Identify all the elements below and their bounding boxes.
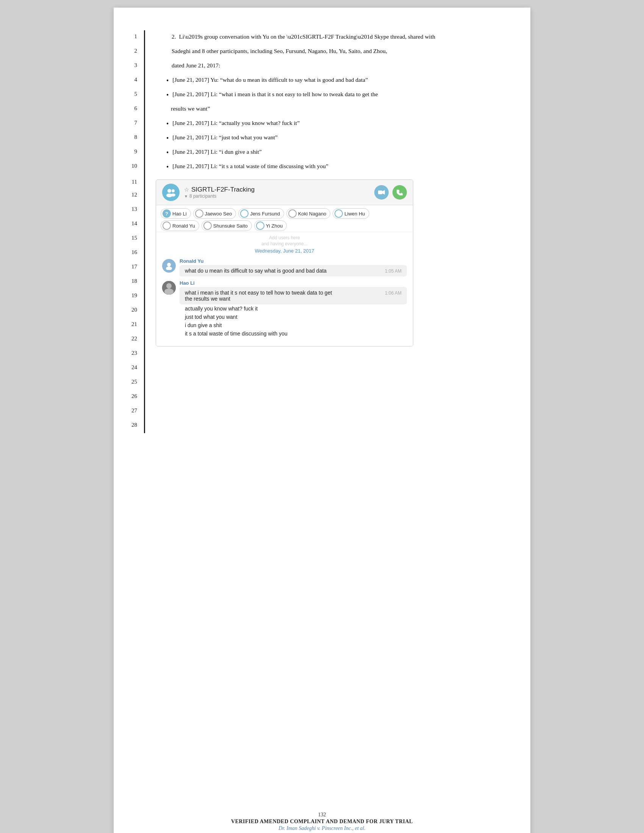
line-row-25: 25: [114, 376, 530, 390]
line-row-8: 8 •[June 21, 2017] Li: “just tod what yo…: [114, 131, 530, 145]
skype-title-row: ☆ SIGRTL-F2F-Tracking: [184, 186, 254, 193]
participant-chip-jaewoo-seo[interactable]: Jaewoo Seo: [193, 208, 237, 219]
footer-page-number: 132: [318, 812, 326, 818]
participant-chip-jens-fursund[interactable]: Jens Fursund: [238, 208, 284, 219]
line-number-1: 1: [114, 30, 144, 42]
line-content-7: •[June 21, 2017] Li: “actually you know …: [145, 117, 530, 130]
message-bubble-hao-li: what i mean is that it s not easy to tel…: [180, 287, 407, 304]
line-content-27: [145, 404, 530, 407]
participant-name-liwen-hu: Liwen Hu: [345, 211, 365, 217]
participant-ring-koki-nagano: [288, 209, 296, 218]
message-text-ronald-yu: what do u mean its difficult to say what…: [185, 268, 382, 274]
voice-call-button[interactable]: [393, 185, 407, 199]
svg-point-6: [167, 263, 171, 267]
line-number-21: 21: [114, 318, 144, 333]
add-users-blur-text: Add users here: [162, 235, 407, 240]
star-icon: ☆: [184, 186, 189, 193]
extra-msg-3: i dun give a shit: [180, 321, 407, 330]
participant-name-jens-fursund: Jens Fursund: [250, 211, 280, 217]
line-number-20: 20: [114, 304, 144, 318]
bullet-text-7: [June 21, 2017] Li: “actually you know w…: [172, 118, 515, 128]
bullet-dot-4: •: [166, 76, 169, 86]
message-time-ronald-yu: 1:05 AM: [385, 269, 402, 274]
skype-group-name: SIGRTL-F2F-Tracking: [191, 186, 254, 193]
participant-name-hao-li: Hao Li: [172, 211, 187, 217]
message-body-ronald-yu: Ronald Yu what do u mean its difficult t…: [180, 258, 407, 277]
footer-title: VERIFIED AMENDED COMPLAINT AND DEMAND FO…: [231, 819, 413, 825]
line-number-8: 8: [114, 131, 144, 142]
participant-chip-yi-zhou[interactable]: Yi Zhou: [254, 220, 287, 231]
avatar-ronald-yu: [162, 259, 176, 273]
video-call-button[interactable]: [374, 185, 389, 199]
bullet-text-4: [June 21, 2017] Yu: “what do u mean its …: [172, 75, 515, 85]
message-text-hao-li: what i mean is that it s not easy to tel…: [185, 289, 382, 302]
sender-name-ronald-yu: Ronald Yu: [180, 258, 407, 264]
message-body-hao-li: Hao Li what i mean is that it s not easy…: [180, 280, 407, 338]
user-icon-yu: [165, 262, 173, 270]
skype-messages-area: Add users here and having everyone... We…: [156, 232, 413, 346]
line-number-9: 9: [114, 145, 144, 157]
skype-panel-wrapper: ☆ SIGRTL-F2F-Tracking ▼ 8 participants: [145, 174, 530, 376]
skype-header-left: ☆ SIGRTL-F2F-Tracking ▼ 8 participants: [162, 183, 254, 201]
skype-participant-line-2: Ronald Yu Shunsuke Saito Yi Zhou: [161, 220, 408, 231]
line-number-5: 5: [114, 88, 144, 99]
participant-name-jaewoo-seo: Jaewoo Seo: [205, 211, 232, 217]
participant-ring-liwen-hu: [335, 209, 343, 218]
line-number-12: 12: [114, 188, 144, 203]
participant-name-shunsuke-saito: Shunsuke Saito: [213, 223, 248, 229]
line-row-1: 1 2. Li\u2019s group conversation with Y…: [114, 30, 530, 45]
date-blur-2: and having everyone...: [162, 241, 407, 246]
bullet-text-5: [June 21, 2017] Li: “what i mean is that…: [172, 89, 515, 99]
bullet-dot-8: •: [166, 133, 169, 143]
group-people-icon: [166, 187, 176, 197]
chat-date-label: Wednesday, June 21, 2017: [162, 248, 407, 254]
svg-point-9: [166, 283, 172, 288]
line-number-17: 17: [114, 261, 144, 275]
participant-chip-koki-nagano[interactable]: Koki Nagano: [287, 208, 330, 219]
line-row-3: 3 dated June 21, 2017:: [114, 59, 530, 74]
participant-chip-ronald-yu[interactable]: Ronald Yu: [161, 220, 199, 231]
line-content-9: •[June 21, 2017] Li: “i dun give a shit”: [145, 145, 530, 159]
sender-name-hao-li: Hao Li: [180, 280, 407, 286]
video-icon: [378, 190, 385, 195]
participant-name-yi-zhou: Yi Zhou: [266, 223, 283, 229]
message-time-hao-li: 1:06 AM: [385, 290, 402, 296]
skype-participants-label: ▼ 8 participants: [184, 193, 254, 199]
participant-ring-ronald-yu: [163, 222, 171, 230]
line-number-22: 22: [114, 333, 144, 347]
extra-msg-2: just tod what you want: [180, 313, 407, 321]
participant-chip-liwen-hu[interactable]: Liwen Hu: [333, 208, 369, 219]
avatar-hao-li: [162, 281, 176, 294]
line-content-10: •[June 21, 2017] Li: “it s a total waste…: [145, 160, 530, 174]
line-content-6: results we want”: [145, 102, 530, 115]
line-content-4: •[June 21, 2017] Yu: “what do u mean its…: [145, 74, 530, 87]
svg-marker-5: [382, 190, 385, 195]
line-row-28: 28: [114, 419, 530, 433]
extra-msg-4: it s a total waste of time discussing wi…: [180, 330, 407, 338]
line-row-7: 7 •[June 21, 2017] Li: “actually you kno…: [114, 117, 530, 131]
line-row-10: 10 •[June 21, 2017] Li: “it s a total wa…: [114, 160, 530, 174]
skype-section: 11 12 13 14 15 16 17 18 19 20 21 22 23 2…: [114, 174, 530, 376]
line-content-1: 2. Li\u2019s group conversation with Yu …: [145, 30, 530, 43]
line-content-3: dated June 21, 2017:: [145, 59, 530, 72]
participant-ring-jaewoo-seo: [195, 209, 203, 218]
line-content-26: [145, 390, 530, 393]
svg-point-7: [166, 267, 172, 270]
participant-avatar-hao-li: ?: [163, 209, 171, 218]
bubble-row-ronald-yu: what do u mean its difficult to say what…: [185, 268, 402, 274]
participant-chip-hao-li[interactable]: ? Hao Li: [161, 208, 191, 219]
line-number-10: 10: [114, 160, 144, 171]
line-row-4: 4 •[June 21, 2017] Yu: “what do u mean i…: [114, 74, 530, 88]
line-row-26: 26: [114, 390, 530, 404]
line-number-26: 26: [114, 390, 144, 401]
participant-chip-shunsuke-saito[interactable]: Shunsuke Saito: [201, 220, 252, 231]
line-numbers-block: 11 12 13 14 15 16 17 18 19 20 21 22 23 2…: [114, 174, 144, 376]
bullet-text-10: [June 21, 2017] Li: “it s a total waste …: [172, 161, 515, 171]
extra-msg-1: actually you know what? fuck it: [180, 304, 407, 313]
skype-group-icon: [162, 183, 180, 201]
line-number-14: 14: [114, 217, 144, 232]
line-number-24: 24: [114, 361, 144, 376]
bullet-dot-9: •: [166, 148, 169, 158]
svg-point-3: [171, 193, 175, 196]
bullet-text-8: [June 21, 2017] Li: “just tod what you w…: [172, 132, 515, 142]
